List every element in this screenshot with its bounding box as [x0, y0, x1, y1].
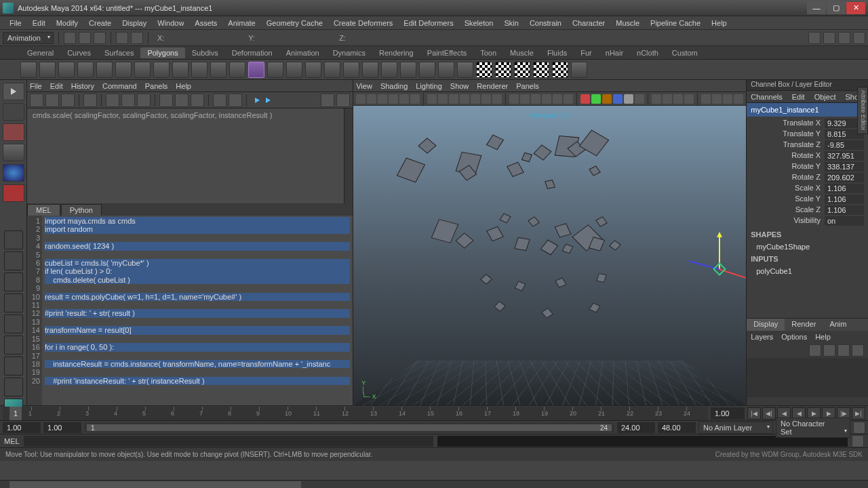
shelf-tab-ncloth[interactable]: nCloth	[630, 47, 665, 58]
attr-value[interactable]: 1.106	[825, 205, 864, 215]
shelf-tab-dynamics[interactable]: Dynamics	[326, 47, 372, 58]
vp-menu-renderer[interactable]: Renderer	[477, 82, 508, 90]
script-layout3-button[interactable]	[191, 94, 204, 107]
script-history-button[interactable]	[83, 94, 97, 107]
code-line[interactable]	[45, 251, 350, 259]
toolbar-btn-d[interactable]	[853, 32, 865, 44]
vp-tool-20[interactable]	[591, 94, 601, 104]
attr-value[interactable]: 1.106	[825, 195, 864, 204]
layer-tab-display[interactable]: Display	[747, 319, 785, 331]
vp-menu-panels[interactable]: Panels	[516, 82, 539, 90]
shelf-button-12[interactable]	[248, 62, 264, 78]
forward-end-button[interactable]: ▶|	[852, 407, 865, 420]
cube-instance[interactable]	[534, 144, 552, 161]
vp-tool-19[interactable]	[580, 94, 590, 104]
script-editor-button[interactable]	[852, 435, 864, 447]
script-menu-panels[interactable]: Panels	[145, 82, 168, 90]
shelf-button-9[interactable]	[191, 62, 208, 78]
paint-select-tool[interactable]	[3, 123, 24, 141]
menu-file[interactable]: File	[4, 19, 27, 27]
script-menu-history[interactable]: History	[71, 82, 94, 90]
range-end-field[interactable]: 48.00	[658, 422, 696, 433]
shelf-tab-nhair[interactable]: nHair	[599, 47, 630, 58]
code-line[interactable]	[45, 368, 350, 376]
script-save-button[interactable]	[45, 94, 59, 107]
vp-tool-16[interactable]	[542, 94, 551, 104]
code-line[interactable]: import random	[45, 225, 350, 233]
vp-tool-32[interactable]	[734, 94, 743, 104]
vp-tool-10[interactable]	[471, 94, 480, 104]
code-line[interactable]: #print 'instanceResult: ' + str( instanc…	[45, 377, 350, 385]
code-line[interactable]	[45, 318, 350, 326]
layer-menu-help[interactable]: Help	[815, 333, 831, 341]
menu-display[interactable]: Display	[117, 19, 152, 27]
range-slider[interactable]: 1 24	[84, 423, 614, 432]
vp-tool-25[interactable]	[652, 94, 661, 104]
attr-value[interactable]: 327.951	[825, 151, 864, 161]
code-line[interactable]: random.seed( 1234 )	[45, 242, 350, 250]
layout-four-button[interactable]	[4, 251, 23, 270]
attr-value[interactable]: on	[825, 216, 864, 226]
code-line[interactable]: cubeList = cmds.ls( 'myCube*' )	[45, 259, 350, 267]
current-frame-marker[interactable]: 1	[9, 407, 22, 420]
shelf-button-18[interactable]	[362, 62, 378, 78]
shelf-button-29[interactable]	[571, 62, 587, 78]
shelf-tab-curves[interactable]: Curves	[60, 47, 98, 58]
menu-animate[interactable]: Animate	[222, 19, 260, 27]
time-slider[interactable]: 1 12345678910111213141516171819202122232…	[3, 407, 708, 420]
code-line[interactable]	[45, 301, 350, 309]
shelf-button-16[interactable]	[324, 62, 340, 78]
vp-tool-0[interactable]	[356, 94, 366, 104]
autokey-button[interactable]	[853, 422, 865, 434]
character-set-dropdown[interactable]: No Character Set	[776, 418, 850, 438]
vp-tool-9[interactable]	[460, 94, 469, 104]
cube-instance[interactable]	[431, 219, 459, 243]
shelf-button-25[interactable]	[495, 62, 511, 78]
vp-menu-lighting[interactable]: Lighting	[416, 82, 442, 90]
shelf-tab-surfaces[interactable]: Surfaces	[98, 47, 140, 58]
shelf-button-11[interactable]	[229, 62, 245, 78]
cb-menu-channels[interactable]: Channels	[751, 93, 782, 101]
code-line[interactable]: import maya.cmds as cmds	[45, 217, 350, 225]
code-tab-mel[interactable]: MEL	[27, 204, 60, 216]
script-open-button[interactable]	[30, 94, 43, 107]
script-exec-all-button[interactable]	[121, 94, 135, 107]
shelf-button-17[interactable]	[343, 62, 359, 78]
code-line[interactable]: transformName = result[0]	[45, 326, 350, 334]
script-menu-command[interactable]: Command	[102, 82, 137, 90]
shelf-tab-rendering[interactable]: Rendering	[372, 47, 420, 58]
vp-tool-8[interactable]	[449, 94, 458, 104]
toolbar-btn-c[interactable]	[838, 32, 850, 44]
cube-instance[interactable]	[541, 308, 553, 319]
cube-instance[interactable]	[486, 226, 504, 241]
vp-tool-11[interactable]	[481, 94, 491, 104]
menu-pipeline-cache[interactable]: Pipeline Cache	[645, 19, 706, 27]
vp-tool-21[interactable]	[602, 94, 612, 104]
attr-value[interactable]: 1.106	[825, 184, 864, 193]
layout-outliner-button[interactable]	[4, 272, 23, 291]
code-line[interactable]: #print 'result: ' + str( result )	[45, 309, 350, 317]
toolbar-btn-a[interactable]	[808, 32, 821, 44]
menu-muscle[interactable]: Muscle	[610, 19, 645, 27]
shelf-button-2[interactable]	[58, 62, 75, 78]
play-all-icon[interactable]	[266, 98, 271, 103]
attr-value[interactable]: 209.602	[825, 173, 864, 182]
shelf-button-15[interactable]	[305, 62, 321, 78]
layer-new-button[interactable]	[809, 344, 821, 357]
cube-instance[interactable]	[540, 239, 559, 255]
cube-instance[interactable]	[521, 152, 532, 162]
vp-tool-13[interactable]	[509, 94, 519, 104]
script-indent-button[interactable]	[213, 94, 226, 107]
menu-create[interactable]: Create	[83, 19, 117, 27]
shelf-tab-toon[interactable]: Toon	[473, 47, 503, 58]
range-start-in-field[interactable]: 1.00	[43, 422, 81, 433]
vp-tool-26[interactable]	[663, 94, 672, 104]
vp-tool-18[interactable]	[564, 94, 573, 104]
range-start-field[interactable]: 1.00	[3, 422, 41, 433]
redo-button[interactable]	[131, 32, 143, 44]
cube-instance[interactable]	[480, 274, 492, 285]
vp-tool-14[interactable]	[520, 94, 530, 104]
vp-tool-22[interactable]	[613, 94, 623, 104]
select-tool[interactable]	[3, 83, 24, 100]
cube-instance[interactable]	[596, 273, 607, 283]
